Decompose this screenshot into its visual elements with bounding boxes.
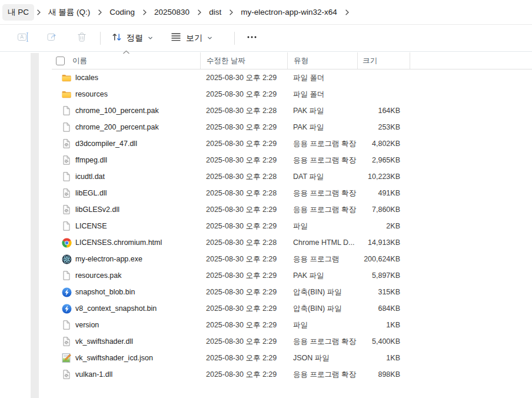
breadcrumb-item[interactable]: 20250830 — [149, 5, 195, 19]
file-row[interactable]: ffmpeg.dll 2025-08-30 오후 2:29 응용 프로그램 확장… — [52, 152, 532, 168]
file-date-modified: 2025-08-30 오후 2:28 — [200, 106, 287, 116]
file-date-modified: 2025-08-30 오후 2:29 — [200, 89, 287, 100]
file-rows: locales 2025-08-30 오후 2:29 파일 폴더 resourc… — [52, 69, 532, 383]
file-size: 491KB — [357, 189, 410, 197]
dll-icon — [61, 188, 72, 198]
file-date-modified: 2025-08-30 오후 2:29 — [200, 205, 287, 215]
file-row[interactable]: LICENSE 2025-08-30 오후 2:29 파일 2KB — [52, 218, 532, 234]
breadcrumb-item[interactable]: 새 볼륨 (Q:) — [43, 4, 95, 21]
bin-icon — [61, 287, 72, 297]
file-date-modified: 2025-08-30 오후 2:29 — [200, 287, 287, 297]
share-button[interactable] — [46, 32, 59, 45]
delete-button[interactable] — [75, 32, 88, 45]
file-date-modified: 2025-08-30 오후 2:29 — [200, 304, 287, 314]
file-name-cell: chrome_100_percent.pak — [52, 105, 200, 116]
file-row[interactable]: vulkan-1.dll 2025-08-30 오후 2:29 응용 프로그램 … — [52, 366, 532, 383]
file-name: my-electron-app.exe — [75, 255, 142, 263]
folder-icon — [61, 89, 72, 100]
file-type: 응용 프로그램 확장 — [287, 139, 357, 149]
file-date-modified: 2025-08-30 오후 2:29 — [200, 370, 287, 380]
file-row[interactable]: vk_swiftshader.dll 2025-08-30 오후 2:29 응용… — [52, 333, 532, 350]
file-size: 1KB — [357, 354, 410, 362]
file-size: 14,913KB — [357, 238, 410, 247]
file-size: 5,400KB — [357, 337, 410, 346]
file-row[interactable]: chrome_200_percent.pak 2025-08-30 오후 2:2… — [52, 119, 532, 135]
column-header-type[interactable]: 유형 — [287, 52, 357, 69]
column-header-date[interactable]: 수정한 날짜 — [200, 52, 287, 69]
breadcrumb-item-label: 새 볼륨 (Q:) — [48, 7, 90, 18]
file-size: 164KB — [357, 107, 410, 115]
dll-icon — [61, 155, 72, 165]
file-type: 압축(BIN) 파일 — [287, 304, 357, 314]
file-row[interactable]: v8_context_snapshot.bin 2025-08-30 오후 2:… — [52, 300, 532, 317]
file-row[interactable]: libEGL.dll 2025-08-30 오후 2:28 응용 프로그램 확장… — [52, 185, 532, 201]
breadcrumb-item[interactable]: dist — [204, 5, 227, 19]
file-name-cell: vk_swiftshader_icd.json — [52, 353, 200, 363]
file-type: 응용 프로그램 확장 — [287, 370, 357, 380]
file-name: libEGL.dll — [75, 189, 107, 197]
file-row[interactable]: resources 2025-08-30 오후 2:29 파일 폴더 — [52, 86, 532, 102]
file-row[interactable]: chrome_100_percent.pak 2025-08-30 오후 2:2… — [52, 102, 532, 119]
file-name: vk_swiftshader.dll — [75, 337, 133, 346]
file-row[interactable]: locales 2025-08-30 오후 2:29 파일 폴더 — [52, 69, 532, 86]
file-date-modified: 2025-08-30 오후 2:29 — [200, 139, 287, 149]
more-options-button[interactable] — [242, 29, 262, 48]
file-type: 압축(BIN) 파일 — [287, 287, 357, 297]
breadcrumb-chevron-icon[interactable] — [197, 9, 202, 16]
file-name: libGLESv2.dll — [75, 205, 119, 214]
file-type: 응용 프로그램 확장 — [287, 205, 357, 215]
file-name: snapshot_blob.bin — [75, 288, 135, 296]
rename-button[interactable] — [16, 32, 29, 45]
file-date-modified: 2025-08-30 오후 2:29 — [200, 254, 287, 264]
file-row[interactable]: icudtl.dat 2025-08-30 오후 2:28 DAT 파일 10,… — [52, 168, 532, 185]
file-name-cell: version — [52, 320, 200, 330]
dll-icon — [61, 369, 72, 380]
file-row[interactable]: d3dcompiler_47.dll 2025-08-30 오후 2:29 응용… — [52, 135, 532, 152]
breadcrumb-chevron-icon[interactable] — [228, 9, 234, 16]
file-name-cell: d3dcompiler_47.dll — [52, 138, 200, 149]
file-size: 2,965KB — [357, 156, 410, 164]
view-button-label: 보기 — [186, 33, 202, 44]
column-header-row: 이름 수정한 날짜 유형 크기 — [52, 52, 532, 69]
file-name: resources — [75, 90, 108, 98]
file-row[interactable]: vk_swiftshader_icd.json 2025-08-30 오후 2:… — [52, 350, 532, 366]
breadcrumb-item[interactable]: 내 PC — [2, 4, 34, 21]
breadcrumb-item-label: my-electron-app-win32-x64 — [241, 8, 337, 16]
chevron-down-icon — [207, 34, 213, 43]
breadcrumb-item[interactable]: my-electron-app-win32-x64 — [235, 5, 343, 19]
select-all-checkbox[interactable] — [56, 57, 65, 65]
file-row[interactable]: libGLESv2.dll 2025-08-30 오후 2:29 응용 프로그램… — [52, 201, 532, 218]
file-icon — [61, 105, 72, 116]
file-name: v8_context_snapshot.bin — [75, 304, 157, 313]
file-row[interactable]: my-electron-app.exe 2025-08-30 오후 2:29 응… — [52, 251, 532, 267]
file-icon — [61, 221, 72, 231]
file-size: 253KB — [357, 123, 410, 131]
breadcrumb-chevron-icon[interactable] — [344, 9, 350, 16]
column-header-size[interactable]: 크기 — [357, 52, 410, 69]
file-date-modified: 2025-08-30 오후 2:29 — [200, 122, 287, 132]
file-row[interactable]: resources.pak 2025-08-30 오후 2:29 PAK 파일 … — [52, 267, 532, 284]
column-header-type-label: 유형 — [294, 56, 308, 66]
sort-button-label: 정렬 — [127, 33, 143, 44]
nav-pane-scrollbar[interactable] — [31, 53, 39, 398]
file-type: 응용 프로그램 확장 — [287, 337, 357, 347]
electron-icon — [61, 254, 72, 264]
view-button[interactable]: 보기 — [168, 29, 215, 47]
sort-button[interactable]: 정렬 — [109, 29, 156, 47]
column-header-name[interactable]: 이름 — [52, 52, 200, 69]
file-type: 응용 프로그램 확장 — [287, 155, 357, 165]
file-date-modified: 2025-08-30 오후 2:28 — [200, 188, 287, 198]
breadcrumb-item-label: 내 PC — [8, 7, 29, 18]
breadcrumb-chevron-icon[interactable] — [97, 9, 102, 16]
breadcrumb-chevron-icon[interactable] — [36, 9, 41, 16]
breadcrumb-chevron-icon[interactable] — [142, 9, 147, 16]
file-row[interactable]: snapshot_blob.bin 2025-08-30 오후 2:29 압축(… — [52, 284, 532, 300]
more-icon — [245, 31, 258, 45]
file-type: DAT 파일 — [287, 172, 357, 182]
file-name-cell: snapshot_blob.bin — [52, 287, 200, 297]
file-row[interactable]: version 2025-08-30 오후 2:29 파일 1KB — [52, 317, 532, 333]
breadcrumb-item[interactable]: Coding — [104, 5, 140, 19]
dll-icon — [61, 204, 72, 215]
file-name-cell: ffmpeg.dll — [52, 155, 200, 165]
file-row[interactable]: LICENSES.chromium.html 2025-08-30 오후 2:2… — [52, 234, 532, 251]
